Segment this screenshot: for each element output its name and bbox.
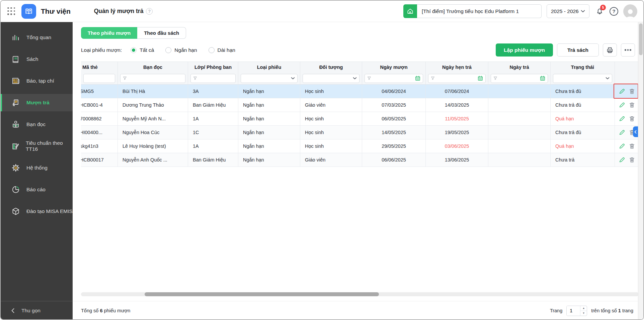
filter-select-loai-phieu[interactable] bbox=[241, 74, 298, 83]
sidebar-item-tieu-chuan-tt16[interactable]: Tiêu chuẩn theo TT16 bbox=[1, 137, 73, 155]
loan-type-filter-label: Loại phiếu mượn: bbox=[81, 47, 122, 53]
funnel-icon[interactable] bbox=[367, 76, 371, 80]
sidebar-item-label: Báo, tạp chí bbox=[26, 78, 54, 84]
filter-trang-thai bbox=[551, 72, 615, 85]
delete-button[interactable] bbox=[629, 88, 635, 94]
col-header-trang-thai[interactable]: Trạng thái bbox=[551, 62, 615, 72]
printer-icon bbox=[606, 46, 614, 54]
pencil-icon bbox=[619, 157, 625, 163]
edit-button[interactable] bbox=[619, 102, 625, 108]
notifications-bell-icon[interactable]: 5 bbox=[594, 6, 605, 16]
col-header-lop-phong-ban[interactable]: Lớp/ Phòng ban bbox=[188, 62, 238, 72]
total-count: 6 bbox=[100, 308, 102, 313]
sidebar-collapse-button[interactable]: Thu gọn bbox=[1, 301, 73, 320]
create-loan-button[interactable]: Lập phiếu mượn bbox=[496, 43, 553, 57]
funnel-icon[interactable] bbox=[493, 76, 497, 80]
trash-icon bbox=[629, 157, 635, 163]
filter-ban-doc bbox=[118, 72, 188, 85]
library-logo-icon[interactable] bbox=[21, 4, 36, 19]
col-header-doi-tuong[interactable]: Đối tượng bbox=[300, 62, 362, 72]
sidebar-item-muon-tra[interactable]: Mượn trả bbox=[1, 94, 73, 111]
return-book-button[interactable]: Trả sách bbox=[557, 43, 599, 57]
edit-button[interactable] bbox=[619, 143, 625, 149]
edit-button[interactable] bbox=[619, 129, 625, 135]
filter-input-ban-doc[interactable] bbox=[129, 76, 183, 81]
filter-input-ngay-muon[interactable] bbox=[373, 76, 405, 81]
collapse-panel-toggle[interactable] bbox=[633, 126, 638, 137]
sidebar-item-tong-quan[interactable]: Tổng quan bbox=[1, 29, 73, 46]
delete-button[interactable] bbox=[629, 116, 635, 122]
sidebar-item-bao-cao[interactable]: Báo cáo bbox=[1, 181, 73, 198]
funnel-icon[interactable] bbox=[431, 76, 435, 80]
app-launcher-icon[interactable] bbox=[7, 7, 15, 15]
help-icon[interactable]: ? bbox=[610, 7, 618, 16]
pages-count: 1 bbox=[618, 308, 621, 313]
tab-theo-phieu-muon[interactable]: Theo phiếu mượn bbox=[81, 27, 137, 39]
sidebar: Tổng quan Sách bbox=[1, 22, 73, 320]
sidebar-item-sach[interactable]: Sách bbox=[1, 50, 73, 68]
tab-theo-dau-sach[interactable]: Theo đầu sách bbox=[137, 27, 186, 39]
help-hint-icon[interactable]: ? bbox=[146, 8, 153, 15]
col-header-ma-the[interactable]: Mã thẻ bbox=[81, 62, 118, 72]
vertical-scrollbar[interactable] bbox=[638, 22, 643, 320]
stepper-down-icon[interactable]: ▼ bbox=[580, 311, 587, 316]
sidebar-item-label: Mượn trả bbox=[26, 100, 50, 106]
calendar-icon[interactable] bbox=[478, 76, 483, 81]
filter-input-ngay-hen-tra[interactable] bbox=[436, 76, 468, 81]
delete-button[interactable] bbox=[629, 157, 635, 163]
sidebar-item-he-thong[interactable]: Hệ thống bbox=[1, 159, 73, 177]
calendar-icon[interactable] bbox=[415, 76, 420, 81]
trash-icon bbox=[629, 102, 635, 108]
home-icon[interactable] bbox=[403, 4, 417, 18]
sidebar-item-label: Báo cáo bbox=[26, 187, 46, 193]
filter-select-doi-tuong[interactable] bbox=[303, 74, 359, 83]
school-year-value: 2025 - 2026 bbox=[551, 8, 579, 14]
delete-button[interactable] bbox=[629, 143, 635, 149]
radio-unselected-icon bbox=[209, 47, 215, 53]
sidebar-item-bao-tap-chi[interactable]: Báo, tạp chí bbox=[1, 72, 73, 90]
pie-chart-icon bbox=[11, 185, 20, 194]
col-header-ngay-tra[interactable]: Ngày trả bbox=[488, 62, 551, 72]
school-name-field[interactable]: [Thí điểm] Trường tiểu học Edu Platform … bbox=[417, 4, 542, 18]
funnel-icon[interactable] bbox=[123, 76, 127, 80]
horizontal-scrollbar[interactable] bbox=[81, 292, 639, 296]
delete-button[interactable] bbox=[629, 102, 635, 108]
print-button[interactable] bbox=[603, 43, 617, 57]
vertical-scrollbar-thumb[interactable] bbox=[639, 23, 643, 55]
more-options-button[interactable] bbox=[621, 43, 635, 57]
col-header-ngay-hen-tra[interactable]: Ngày hẹn trả bbox=[426, 62, 488, 72]
stepper-up-icon[interactable]: ▲ bbox=[580, 306, 587, 311]
sidebar-item-label: Bạn đọc bbox=[26, 121, 46, 127]
filter-loai-phieu bbox=[238, 72, 300, 85]
chevron-down-icon bbox=[353, 77, 357, 80]
calendar-icon[interactable] bbox=[540, 76, 545, 81]
filter-input-lop-phong-ban[interactable] bbox=[199, 76, 233, 81]
chevron-left-icon bbox=[11, 308, 15, 313]
filter-input-ngay-tra[interactable] bbox=[499, 76, 530, 81]
filter-ma-the bbox=[81, 72, 118, 85]
sidebar-item-dao-tao-misa-emis[interactable]: Đào tạo MISA EMIS bbox=[1, 203, 73, 220]
page-number-input[interactable] bbox=[567, 306, 580, 316]
loan-type-radio-group: Tất cả Ngắn hạn Dài hạn bbox=[131, 47, 235, 53]
edit-button[interactable] bbox=[619, 157, 625, 163]
filter-select-trang-thai[interactable] bbox=[553, 74, 612, 83]
radio-dai-han[interactable]: Dài hạn bbox=[209, 47, 235, 53]
edit-button[interactable] bbox=[619, 88, 625, 94]
edit-button[interactable] bbox=[619, 116, 625, 122]
school-year-select[interactable]: 2025 - 2026 bbox=[547, 4, 589, 18]
sidebar-item-ban-doc[interactable]: Bạn đọc bbox=[1, 116, 73, 133]
horizontal-scrollbar-thumb[interactable] bbox=[145, 292, 379, 296]
clipboard-pencil-icon bbox=[11, 142, 19, 151]
col-header-loai-phieu[interactable]: Loại phiếu bbox=[238, 62, 300, 72]
total-summary: Tổng số 6 phiếu mượn bbox=[81, 308, 130, 313]
radio-ngan-han[interactable]: Ngắn hạn bbox=[165, 47, 197, 53]
chevron-down-icon bbox=[606, 77, 610, 80]
filter-ngay-tra bbox=[488, 72, 551, 85]
filter-input-ma-the[interactable] bbox=[86, 76, 112, 81]
user-avatar[interactable] bbox=[623, 4, 637, 18]
col-header-ngay-muon[interactable]: Ngày mượn bbox=[362, 62, 426, 72]
chevron-down-icon bbox=[581, 10, 585, 13]
col-header-ban-doc[interactable]: Bạn đọc bbox=[118, 62, 188, 72]
funnel-icon[interactable] bbox=[193, 76, 197, 80]
radio-tat-ca[interactable]: Tất cả bbox=[131, 47, 154, 53]
